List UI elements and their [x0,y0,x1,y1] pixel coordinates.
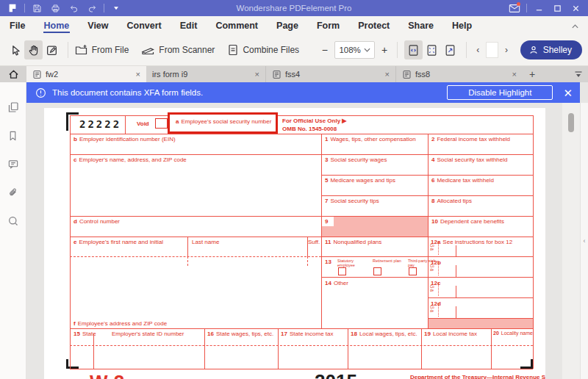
form-grid-line [428,134,429,328]
form-grid-line [70,237,533,237]
fit-visible-button[interactable] [441,40,459,59]
tab-fw2[interactable]: fw2 × [26,66,146,82]
menu-convert[interactable]: Convert [126,18,162,32]
void-checkbox[interactable] [155,118,168,129]
save-icon[interactable] [30,1,43,15]
notification-close-icon[interactable]: ✕ [563,87,573,98]
shaded-strip [429,319,533,328]
account-button[interactable]: Shelley [520,40,582,59]
box-13-label: 13 [325,259,334,265]
form-grid-line [456,286,456,297]
third-party-sick-pay-label: Third-party sick pay [408,259,440,268]
box-c-label: cEmployer's name, address, and ZIP code [74,156,187,163]
title-bar: Wondershare PDFelement Pro [0,0,588,16]
hand-tool-button[interactable] [24,40,43,59]
zoom-in-button[interactable]: + [379,41,390,59]
close-tab-icon[interactable]: × [512,70,517,79]
thumbnails-panel-icon[interactable] [7,101,19,116]
scanner-icon [141,44,155,56]
box-2-label: 2Federal income tax withheld [431,136,510,142]
zoom-level-value: 108% [339,46,360,54]
form-grid-line [70,256,321,257]
from-scanner-button[interactable]: From Scanner [141,44,215,56]
form-grid-line [70,345,533,346]
menu-protect[interactable]: Protect [357,18,390,32]
pdf-page: 22222 Void aEmployee's social security n… [44,108,545,379]
menu-home[interactable]: Home [43,18,71,33]
disable-highlight-button[interactable]: Disable Highlight [447,85,553,100]
menu-edit[interactable]: Edit [179,18,198,32]
box-14-label: 14Other [325,280,348,286]
edit-tool-button[interactable] [43,40,61,59]
zoom-out-button[interactable]: − [319,41,330,59]
home-tab-button[interactable] [0,66,26,82]
form-grid-line [321,277,533,278]
box-19-label: 19Local income tax [424,331,477,337]
box-17-label: 17State income tax [281,331,334,337]
form-document-icon [32,70,42,79]
minimize-button[interactable] [532,1,545,15]
form-grid-line [70,328,533,329]
attachments-panel-icon[interactable] [7,187,18,201]
close-button[interactable] [569,1,582,15]
fit-page-button[interactable] [423,40,441,59]
print-icon[interactable] [49,1,62,15]
box-18-label: 18Local wages, tips, etc. [351,331,417,337]
zoom-level-select[interactable]: 108% [334,41,374,59]
left-panel-sidebar [0,82,26,379]
scrollbar-thumb[interactable] [568,113,574,132]
collapse-ribbon-icon[interactable] [571,19,579,32]
right-panel-collapse-strip[interactable]: ‹ [580,103,588,379]
new-tab-button[interactable]: + [523,66,542,82]
page-number-input[interactable] [486,42,498,58]
menu-share[interactable]: Share [407,18,434,32]
vertical-scrollbar[interactable] [562,103,580,379]
statutory-employee-checkbox[interactable] [338,267,346,275]
menu-form[interactable]: Form [316,18,340,32]
retirement-plan-checkbox[interactable] [373,267,381,275]
tab-list-icon[interactable] [569,66,588,82]
menu-view[interactable]: View [87,18,109,32]
tab-irs-form-i9[interactable]: irs form i9 × [146,66,266,82]
ssn-highlighted-field[interactable]: aEmployee's social security number [168,112,278,134]
redo-icon[interactable] [85,1,98,15]
form-grid-line [456,306,456,318]
collapse-right-panel-icon[interactable]: ‹ [584,237,586,245]
retirement-plan-label: Retirement plan [373,259,405,263]
menu-comment[interactable]: Comment [215,18,259,32]
form-grid-line [93,334,94,369]
box-f-label: fEmployee's address and ZIP code [74,320,167,327]
search-panel-icon[interactable] [7,215,19,230]
document-canvas: 22222 Void aEmployee's social security n… [26,103,588,379]
form-grid-line [456,265,456,277]
quick-access-dropdown-icon[interactable] [110,1,123,15]
close-tab-icon[interactable]: × [255,70,259,79]
box-5-label: 5Medicare wages and tips [325,177,395,184]
bookmarks-panel-icon[interactable] [7,130,18,145]
fit-width-button[interactable] [404,40,423,59]
person-icon [528,45,539,55]
close-tab-icon[interactable]: × [136,70,140,79]
menu-file[interactable]: File [9,18,26,32]
box-3-label: 3Social security wages [325,156,387,163]
maximize-button[interactable] [551,1,564,15]
box-e-label: eEmployee's first name and initial [74,239,163,245]
menu-help[interactable]: Help [451,18,473,32]
menu-page[interactable]: Page [276,18,299,32]
toolbar-divider [466,42,467,58]
tab-fss4[interactable]: fss4 × [266,66,396,82]
third-party-sick-pay-checkbox[interactable] [409,267,417,275]
tab-fss8[interactable]: fss8 × [396,66,523,82]
form-grid-line [348,328,348,369]
next-page-button[interactable]: › [501,45,511,55]
select-tool-button[interactable] [6,40,24,59]
previous-page-button[interactable]: ‹ [473,45,483,55]
from-file-button[interactable]: From File [75,44,129,56]
annotations-panel-icon[interactable] [7,159,19,173]
box-15-label: 15State [74,331,96,337]
box9-shaded-field[interactable] [322,217,428,237]
undo-icon[interactable] [67,1,80,15]
combine-files-button[interactable]: Combine Files [227,44,299,56]
close-tab-icon[interactable]: × [385,70,390,79]
inbox-mail-icon[interactable] [508,1,521,15]
